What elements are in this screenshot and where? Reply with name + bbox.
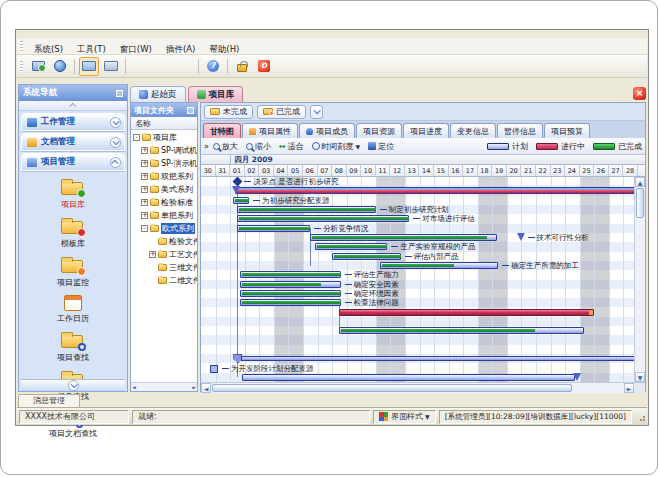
task-bar[interactable]: [332, 253, 400, 260]
menu-grip[interactable]: [20, 41, 23, 52]
tree-node[interactable]: -项目库: [131, 131, 197, 144]
menu-system[interactable]: 系统(S): [27, 42, 70, 56]
task-bar[interactable]: [233, 197, 249, 204]
monitor-icon-button[interactable]: [28, 57, 48, 76]
pin-icon[interactable]: [116, 90, 123, 97]
tree-expander-icon[interactable]: +: [141, 199, 148, 206]
task-bar[interactable]: [235, 187, 638, 194]
fit-button[interactable]: ↔适合: [275, 140, 308, 153]
nav-template-library[interactable]: 模板库: [19, 217, 127, 249]
tab-project-progress[interactable]: 项目进度: [403, 123, 449, 138]
calendar-chart-icon-button[interactable]: [152, 57, 172, 76]
tree-node[interactable]: 检验文件: [131, 235, 197, 248]
task-bar[interactable]: [237, 215, 409, 222]
tree-expander-icon[interactable]: +: [141, 212, 148, 219]
tab-project-resources[interactable]: 项目资源: [356, 123, 402, 138]
zoom-in-button[interactable]: 放大: [209, 140, 242, 153]
menu-plugins[interactable]: 插件(A): [159, 42, 202, 56]
task-bar[interactable]: [240, 271, 341, 278]
timescale-button[interactable]: 时间刻度▼: [308, 140, 365, 153]
exit-icon-button[interactable]: O: [254, 57, 274, 76]
task-bar[interactable]: [240, 290, 341, 297]
close-icon[interactable]: ×: [633, 87, 646, 100]
group-toggle-button[interactable]: [110, 137, 121, 148]
tree-expander-icon[interactable]: +: [149, 251, 156, 258]
task-bar[interactable]: [339, 327, 584, 334]
ui-style-button[interactable]: 界面样式 ▼: [373, 410, 436, 424]
lock-icon-button[interactable]: [232, 57, 252, 76]
tab-gantt[interactable]: 甘特图: [203, 123, 241, 138]
task-bar[interactable]: [240, 299, 341, 306]
menu-help[interactable]: 帮助(H): [202, 42, 246, 56]
more-filters-button[interactable]: [310, 105, 323, 119]
tree-node[interactable]: +SP-演示机系: [131, 157, 197, 170]
zoom-out-button[interactable]: 缩小: [242, 140, 275, 153]
calendar-clock-icon-button[interactable]: [174, 57, 194, 76]
menu-window[interactable]: 窗口(W): [113, 42, 159, 56]
task-bar[interactable]: [240, 281, 341, 288]
tree-expander-icon[interactable]: +: [141, 160, 148, 167]
tree-node[interactable]: -欧式系列: [131, 222, 197, 235]
task-bar[interactable]: [237, 356, 638, 361]
scroll-right-icon[interactable]: ►: [192, 384, 196, 390]
filter-finished[interactable]: 已完成: [257, 105, 306, 119]
tree-column-header[interactable]: 名称: [131, 117, 197, 130]
nav-project-library[interactable]: 项目库: [19, 178, 127, 210]
horizontal-scrollbar[interactable]: ◄ ►: [201, 382, 645, 393]
open-folder-icon-button[interactable]: [79, 57, 99, 76]
menu-tools[interactable]: 工具(T): [70, 42, 113, 56]
tab-project-members[interactable]: 项目成员: [299, 123, 355, 138]
group-work[interactable]: 工作管理: [21, 113, 125, 131]
tree-expander-icon[interactable]: -: [133, 134, 140, 141]
filter-unfinished[interactable]: 未完成: [204, 105, 253, 119]
vertical-scroll-thumb[interactable]: [636, 188, 644, 218]
group-toggle-button[interactable]: [110, 157, 121, 168]
toolbar-grip[interactable]: [20, 61, 23, 72]
tab-pause-info[interactable]: 暂停信息: [497, 123, 543, 138]
resize-grip[interactable]: [637, 413, 645, 421]
locate-button[interactable]: 定位: [364, 140, 398, 153]
tree-expander-icon[interactable]: +: [141, 147, 148, 154]
scroll-up-icon[interactable]: ▲: [635, 177, 645, 187]
vertical-scrollbar[interactable]: ▲ ▼: [634, 177, 645, 382]
nav-project-monitor[interactable]: 项目监控: [19, 256, 127, 288]
tree-node[interactable]: +美式系列: [131, 183, 197, 196]
scroll-left-icon[interactable]: ◄: [201, 383, 211, 393]
horizontal-scroll-thumb[interactable]: [212, 384, 572, 392]
task-bar[interactable]: [339, 309, 595, 316]
tab-change-info[interactable]: 变更信息: [450, 123, 496, 138]
globe-icon-button[interactable]: [50, 57, 70, 76]
tree-node[interactable]: +SP-调试机系: [131, 144, 197, 157]
help-icon-button[interactable]: ?: [203, 57, 223, 76]
tree-node[interactable]: +单把系列: [131, 209, 197, 222]
gantt-chart[interactable]: 决策点 是否进行初步研究为初步研究分配资源制定初步研究计划对市场进行评估分析竞争…: [201, 177, 638, 382]
task-bar[interactable]: [380, 262, 498, 269]
tree-expander-icon[interactable]: +: [141, 173, 148, 180]
task-bar[interactable]: [315, 243, 388, 250]
pin-icon[interactable]: [187, 107, 194, 114]
tree-node[interactable]: 二维文件: [131, 274, 197, 287]
scroll-down-icon[interactable]: ▼: [635, 372, 645, 382]
tree-node[interactable]: 三维文件: [131, 261, 197, 274]
tree-expander-icon[interactable]: +: [141, 186, 148, 193]
tab-project-library[interactable]: 项目库: [188, 86, 244, 102]
tree-expander-icon[interactable]: -: [141, 225, 148, 232]
scroll-left-icon[interactable]: ◄: [132, 384, 136, 390]
task-bar[interactable]: [242, 374, 576, 381]
task-bar[interactable]: [237, 206, 375, 213]
tree-node[interactable]: +工艺文件: [131, 248, 197, 261]
tree-horizontal-scrollbar[interactable]: ◄►: [131, 382, 197, 391]
tree-node[interactable]: +检验标准: [131, 196, 197, 209]
tab-project-budget[interactable]: 项目预算: [544, 123, 590, 138]
nav-project-search[interactable]: 项目查找: [19, 331, 127, 363]
scroll-right-icon[interactable]: ►: [624, 383, 634, 393]
nav-work-calendar[interactable]: 工作日历: [19, 295, 127, 324]
calendar-red-icon-button[interactable]: [130, 57, 150, 76]
sidebar-scroll-up[interactable]: [19, 101, 127, 111]
tab-start-page[interactable]: 起始页: [130, 86, 186, 102]
group-toggle-button[interactable]: [110, 117, 121, 128]
group-docs[interactable]: 文档管理: [21, 133, 125, 151]
task-bar[interactable]: [237, 225, 310, 232]
message-manager-tab[interactable]: 消息管理: [18, 394, 80, 407]
folder-view-icon-button[interactable]: [101, 57, 121, 76]
